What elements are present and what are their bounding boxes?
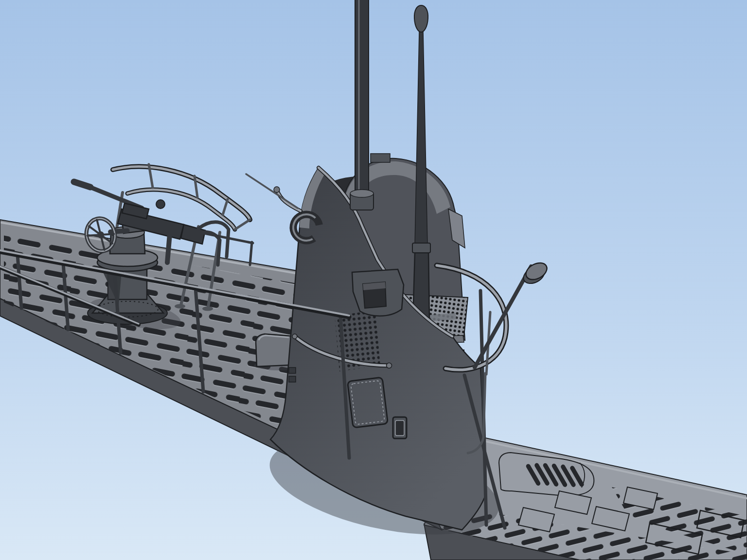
antenna-tip-bulb [414, 5, 428, 32]
cocking-knob [156, 200, 165, 209]
antenna-sleeve-joint [412, 243, 430, 253]
rim-step-bracket [371, 154, 390, 162]
tower-door [393, 417, 407, 438]
cad-render-viewport [0, 0, 747, 560]
deck-clip-a [289, 368, 296, 373]
deck-clip-b [289, 376, 296, 382]
navigation-light-box [352, 269, 404, 316]
gun-cradle-arm [167, 228, 170, 262]
render-canvas [0, 0, 747, 560]
